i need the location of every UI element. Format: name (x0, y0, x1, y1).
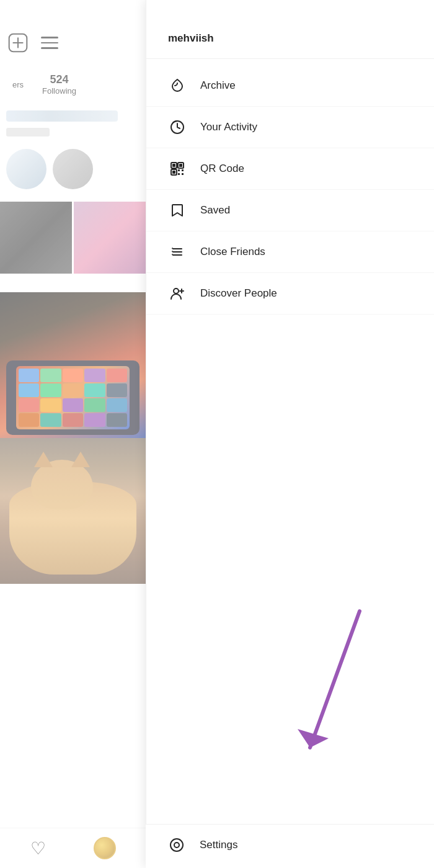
tag-photo-placeholder (0, 274, 146, 292)
bookmark-icon (168, 201, 187, 220)
close-friends-icon: ✦ ✦ ✦ (168, 243, 187, 261)
activity-icon (168, 118, 187, 136)
new-post-icon[interactable] (6, 31, 30, 55)
svg-text:✦: ✦ (171, 253, 174, 256)
menu-item-your-activity[interactable]: Your Activity (146, 107, 434, 148)
svg-point-26 (174, 843, 179, 848)
svg-rect-7 (172, 164, 175, 167)
highlight-circle-2[interactable] (53, 149, 93, 189)
left-panel: ers 524 Following (0, 0, 146, 868)
bottom-navigation: ♡ (0, 828, 146, 868)
photo-grid (0, 195, 146, 274)
svg-rect-14 (178, 173, 180, 175)
settings-label: Settings (200, 839, 237, 851)
blurred-bio-bar-small (6, 128, 50, 136)
saved-label: Saved (200, 204, 230, 217)
svg-rect-15 (182, 173, 184, 175)
your-activity-label: Your Activity (200, 121, 257, 133)
svg-rect-12 (178, 169, 180, 171)
highlight-circle-1[interactable] (6, 149, 46, 189)
settings-icon (167, 836, 186, 854)
dropdown-menu-panel: mehviish Archive Your Activity (146, 0, 434, 868)
grid-cell-1[interactable] (0, 202, 72, 274)
followers-label: ers (12, 80, 24, 89)
following-stat: 524 Following (42, 73, 76, 96)
cat-photo[interactable] (0, 438, 146, 584)
heart-nav-icon[interactable]: ♡ (30, 838, 46, 859)
purple-arrow-annotation (273, 605, 372, 769)
menu-item-close-friends[interactable]: ✦ ✦ ✦ Close Friends (146, 231, 434, 273)
following-count: 524 (50, 73, 69, 86)
following-label: Following (42, 86, 76, 96)
menu-item-archive[interactable]: Archive (146, 65, 434, 107)
grid-cell-2[interactable] (74, 202, 146, 274)
close-friends-label: Close Friends (200, 246, 265, 258)
highlight-circles (0, 136, 146, 195)
menu-item-qr-code[interactable]: QR Code (146, 148, 434, 190)
top-icons-bar (0, 0, 146, 67)
qr-icon (168, 159, 187, 178)
svg-rect-13 (182, 169, 184, 171)
blurred-bio-bar (6, 110, 118, 122)
svg-rect-11 (172, 171, 175, 174)
archive-icon (168, 76, 187, 95)
svg-line-27 (310, 611, 360, 748)
menu-items-list: Archive Your Activity (146, 59, 434, 321)
svg-point-25 (170, 839, 183, 851)
profile-stats: ers 524 Following (0, 67, 146, 102)
followers-stat: ers (12, 80, 24, 89)
hamburger-menu-icon[interactable] (41, 33, 61, 53)
settings-menu-item[interactable]: Settings (146, 824, 434, 868)
qr-code-label: QR Code (200, 163, 244, 175)
menu-item-saved[interactable]: Saved (146, 190, 434, 231)
menu-username: mehviish (146, 0, 434, 59)
profile-avatar-nav[interactable] (94, 837, 116, 859)
discover-people-icon (168, 284, 187, 303)
menu-item-discover-people[interactable]: Discover People (146, 273, 434, 315)
tablet-photo[interactable] (0, 292, 146, 438)
svg-point-22 (174, 289, 179, 293)
archive-label: Archive (200, 79, 236, 92)
svg-rect-9 (179, 164, 182, 167)
discover-people-label: Discover People (200, 287, 277, 300)
